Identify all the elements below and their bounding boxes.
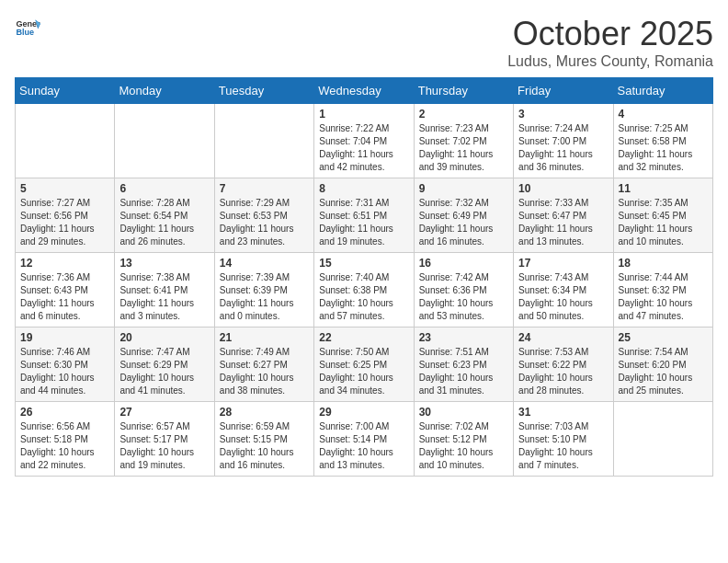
calendar-cell: 3Sunrise: 7:24 AMSunset: 7:00 PMDaylight… — [514, 104, 613, 178]
day-info: Sunrise: 7:44 AMSunset: 6:32 PMDaylight:… — [619, 271, 708, 323]
calendar-cell: 29Sunrise: 7:00 AMSunset: 5:14 PMDayligh… — [314, 402, 414, 477]
day-number: 8 — [319, 182, 408, 195]
day-number: 10 — [518, 182, 608, 195]
logo-icon: General Blue — [15, 15, 40, 40]
calendar-cell: 20Sunrise: 7:47 AMSunset: 6:29 PMDayligh… — [115, 327, 214, 402]
day-info: Sunrise: 7:02 AMSunset: 5:12 PMDaylight:… — [419, 420, 508, 472]
day-number: 16 — [419, 257, 508, 270]
day-number: 3 — [518, 108, 608, 121]
day-info: Sunrise: 7:43 AMSunset: 6:34 PMDaylight:… — [518, 271, 608, 323]
calendar-cell: 15Sunrise: 7:40 AMSunset: 6:38 PMDayligh… — [314, 253, 414, 327]
calendar-cell: 31Sunrise: 7:03 AMSunset: 5:10 PMDayligh… — [514, 402, 613, 477]
day-number: 9 — [419, 182, 508, 195]
day-number: 12 — [20, 257, 109, 270]
day-number: 25 — [619, 331, 708, 344]
day-info: Sunrise: 7:33 AMSunset: 6:47 PMDaylight:… — [518, 197, 608, 248]
calendar-cell: 8Sunrise: 7:31 AMSunset: 6:51 PMDaylight… — [314, 178, 414, 253]
calendar-cell: 13Sunrise: 7:38 AMSunset: 6:41 PMDayligh… — [115, 253, 214, 327]
weekday-header-saturday: Saturday — [613, 78, 712, 104]
calendar-week-row: 1Sunrise: 7:22 AMSunset: 7:04 PMDaylight… — [16, 104, 713, 178]
day-info: Sunrise: 6:56 AMSunset: 5:18 PMDaylight:… — [20, 420, 109, 472]
calendar-cell: 4Sunrise: 7:25 AMSunset: 6:58 PMDaylight… — [613, 104, 712, 178]
calendar-cell: 25Sunrise: 7:54 AMSunset: 6:20 PMDayligh… — [613, 327, 712, 402]
title-block: October 2025 Ludus, Mures County, Romani… — [507, 15, 713, 70]
day-number: 17 — [518, 257, 608, 270]
day-info: Sunrise: 7:24 AMSunset: 7:00 PMDaylight:… — [518, 122, 608, 174]
svg-text:Blue: Blue — [16, 28, 34, 37]
day-number: 23 — [419, 331, 508, 344]
day-info: Sunrise: 7:50 AMSunset: 6:25 PMDaylight:… — [319, 346, 408, 397]
day-info: Sunrise: 7:40 AMSunset: 6:38 PMDaylight:… — [319, 271, 408, 323]
day-info: Sunrise: 7:22 AMSunset: 7:04 PMDaylight:… — [319, 122, 408, 174]
day-info: Sunrise: 7:54 AMSunset: 6:20 PMDaylight:… — [619, 346, 708, 397]
day-info: Sunrise: 7:42 AMSunset: 6:36 PMDaylight:… — [419, 271, 508, 323]
calendar-cell: 30Sunrise: 7:02 AMSunset: 5:12 PMDayligh… — [414, 402, 513, 477]
day-info: Sunrise: 7:29 AMSunset: 6:53 PMDaylight:… — [220, 197, 309, 248]
day-number: 27 — [119, 406, 209, 419]
weekday-header-row: SundayMondayTuesdayWednesdayThursdayFrid… — [16, 78, 713, 104]
page-header: General Blue October 2025 Ludus, Mures C… — [15, 15, 713, 70]
calendar-cell — [16, 104, 115, 178]
day-number: 1 — [319, 108, 408, 121]
calendar-cell — [613, 402, 712, 477]
day-number: 21 — [220, 331, 309, 344]
day-info: Sunrise: 7:32 AMSunset: 6:49 PMDaylight:… — [419, 197, 508, 248]
calendar-cell — [115, 104, 214, 178]
location-title: Ludus, Mures County, Romania — [507, 53, 713, 70]
day-info: Sunrise: 6:59 AMSunset: 5:15 PMDaylight:… — [220, 420, 309, 472]
day-info: Sunrise: 7:31 AMSunset: 6:51 PMDaylight:… — [319, 197, 408, 248]
weekday-header-monday: Monday — [115, 78, 214, 104]
calendar-week-row: 26Sunrise: 6:56 AMSunset: 5:18 PMDayligh… — [16, 402, 713, 477]
day-info: Sunrise: 7:51 AMSunset: 6:23 PMDaylight:… — [419, 346, 508, 397]
calendar-cell: 9Sunrise: 7:32 AMSunset: 6:49 PMDaylight… — [414, 178, 513, 253]
day-info: Sunrise: 7:28 AMSunset: 6:54 PMDaylight:… — [119, 197, 209, 248]
day-number: 29 — [319, 406, 408, 419]
weekday-header-wednesday: Wednesday — [314, 78, 414, 104]
day-info: Sunrise: 7:35 AMSunset: 6:45 PMDaylight:… — [619, 197, 708, 248]
day-number: 26 — [20, 406, 109, 419]
day-number: 5 — [20, 182, 109, 195]
calendar-cell: 2Sunrise: 7:23 AMSunset: 7:02 PMDaylight… — [414, 104, 513, 178]
day-info: Sunrise: 7:27 AMSunset: 6:56 PMDaylight:… — [20, 197, 109, 248]
calendar-cell: 21Sunrise: 7:49 AMSunset: 6:27 PMDayligh… — [214, 327, 313, 402]
calendar-cell: 17Sunrise: 7:43 AMSunset: 6:34 PMDayligh… — [514, 253, 613, 327]
calendar-cell: 23Sunrise: 7:51 AMSunset: 6:23 PMDayligh… — [414, 327, 513, 402]
calendar-cell: 1Sunrise: 7:22 AMSunset: 7:04 PMDaylight… — [314, 104, 414, 178]
day-number: 20 — [119, 331, 209, 344]
day-info: Sunrise: 7:47 AMSunset: 6:29 PMDaylight:… — [119, 346, 209, 397]
calendar-cell: 12Sunrise: 7:36 AMSunset: 6:43 PMDayligh… — [16, 253, 115, 327]
day-number: 30 — [419, 406, 508, 419]
day-info: Sunrise: 7:36 AMSunset: 6:43 PMDaylight:… — [20, 271, 109, 323]
day-number: 11 — [619, 182, 708, 195]
calendar-cell: 28Sunrise: 6:59 AMSunset: 5:15 PMDayligh… — [214, 402, 313, 477]
weekday-header-tuesday: Tuesday — [214, 78, 313, 104]
calendar-cell: 18Sunrise: 7:44 AMSunset: 6:32 PMDayligh… — [613, 253, 712, 327]
calendar-cell: 6Sunrise: 7:28 AMSunset: 6:54 PMDaylight… — [115, 178, 214, 253]
day-info: Sunrise: 7:00 AMSunset: 5:14 PMDaylight:… — [319, 420, 408, 472]
day-number: 13 — [119, 257, 209, 270]
day-number: 18 — [619, 257, 708, 270]
weekday-header-friday: Friday — [514, 78, 613, 104]
calendar-week-row: 12Sunrise: 7:36 AMSunset: 6:43 PMDayligh… — [16, 253, 713, 327]
calendar-cell: 19Sunrise: 7:46 AMSunset: 6:30 PMDayligh… — [16, 327, 115, 402]
logo: General Blue — [15, 15, 40, 40]
month-title: October 2025 — [507, 15, 713, 53]
calendar-cell: 22Sunrise: 7:50 AMSunset: 6:25 PMDayligh… — [314, 327, 414, 402]
day-info: Sunrise: 7:25 AMSunset: 6:58 PMDaylight:… — [619, 122, 708, 174]
calendar-week-row: 5Sunrise: 7:27 AMSunset: 6:56 PMDaylight… — [16, 178, 713, 253]
day-number: 28 — [220, 406, 309, 419]
day-number: 22 — [319, 331, 408, 344]
calendar-cell: 5Sunrise: 7:27 AMSunset: 6:56 PMDaylight… — [16, 178, 115, 253]
day-number: 4 — [619, 108, 708, 121]
day-number: 2 — [419, 108, 508, 121]
day-info: Sunrise: 7:46 AMSunset: 6:30 PMDaylight:… — [20, 346, 109, 397]
calendar-cell: 27Sunrise: 6:57 AMSunset: 5:17 PMDayligh… — [115, 402, 214, 477]
day-info: Sunrise: 7:53 AMSunset: 6:22 PMDaylight:… — [518, 346, 608, 397]
day-info: Sunrise: 7:38 AMSunset: 6:41 PMDaylight:… — [119, 271, 209, 323]
day-number: 15 — [319, 257, 408, 270]
day-info: Sunrise: 7:39 AMSunset: 6:39 PMDaylight:… — [220, 271, 309, 323]
calendar-table: SundayMondayTuesdayWednesdayThursdayFrid… — [15, 77, 713, 477]
calendar-cell: 7Sunrise: 7:29 AMSunset: 6:53 PMDaylight… — [214, 178, 313, 253]
day-info: Sunrise: 7:03 AMSunset: 5:10 PMDaylight:… — [518, 420, 608, 472]
day-number: 19 — [20, 331, 109, 344]
